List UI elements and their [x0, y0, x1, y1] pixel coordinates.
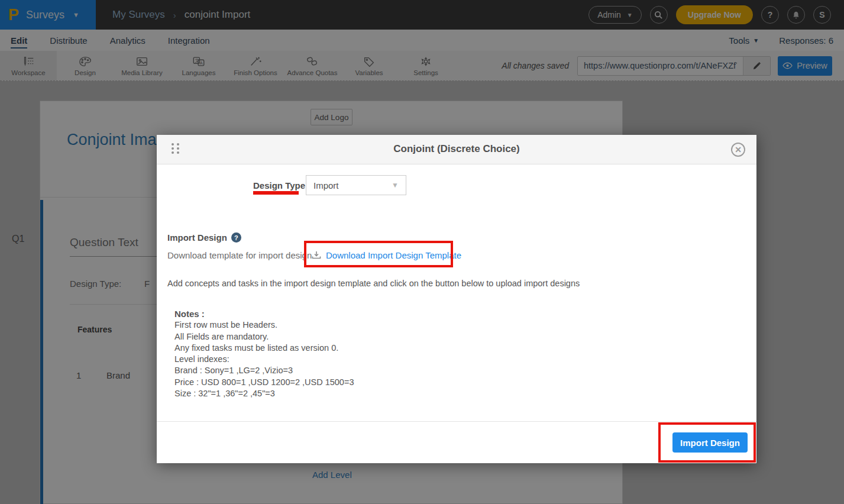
- notes-title: Notes :: [174, 308, 354, 319]
- import-design-heading: Import Design: [167, 232, 227, 243]
- modal-header: Conjoint (Discrete Choice) ✕: [157, 135, 756, 164]
- annotation-underline-design-type: [253, 191, 299, 195]
- notes-block: Notes : First row must be Headers. All F…: [174, 308, 354, 399]
- note-line: Size : 32"=1 ,36"=2 ,45"=3: [174, 388, 354, 399]
- download-template-link-label: Download Import Design Template: [326, 250, 461, 260]
- chevron-down-icon: ▼: [392, 181, 399, 189]
- design-type-selected-value: Import: [313, 180, 339, 190]
- download-prompt-text: Download template for import design: [167, 250, 312, 260]
- instructions-text: Add concepts and tasks in the import des…: [167, 279, 580, 288]
- note-line: Level indexes:: [174, 354, 354, 365]
- modal-footer: [157, 421, 756, 463]
- download-template-link[interactable]: Download Import Design Template: [312, 250, 461, 260]
- design-type-select[interactable]: Import ▼: [306, 175, 406, 195]
- import-design-button[interactable]: Import Design: [672, 432, 748, 453]
- note-line: Brand : Sony=1 ,LG=2 ,Vizio=3: [174, 365, 354, 376]
- note-line: First row must be Headers.: [174, 319, 354, 331]
- close-icon[interactable]: ✕: [731, 143, 745, 157]
- note-line: All Fields are mandatory.: [174, 331, 354, 343]
- download-icon: [312, 251, 321, 260]
- modal-title: Conjoint (Discrete Choice): [157, 143, 756, 155]
- note-line: Price : USD 800=1 ,USD 1200=2 ,USD 1500=…: [174, 377, 354, 388]
- design-type-label: Design Type: [253, 180, 305, 190]
- help-icon[interactable]: ?: [231, 232, 241, 243]
- note-line: Any fixed tasks must be listed as versio…: [174, 343, 354, 354]
- conjoint-modal: Conjoint (Discrete Choice) ✕ Design Type…: [157, 135, 756, 463]
- import-design-section-title: Import Design ?: [167, 232, 241, 243]
